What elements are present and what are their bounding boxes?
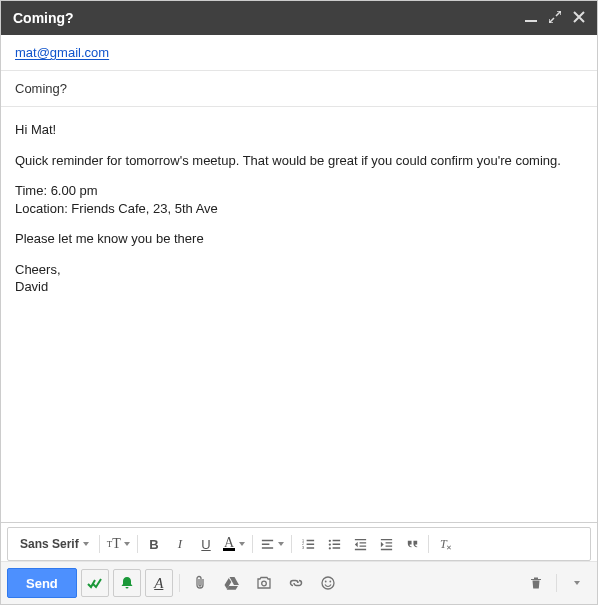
recipient-chip[interactable]: mat@gmail.com	[15, 45, 109, 60]
clear-format-button[interactable]: T✕	[433, 532, 457, 556]
toolbar-wrap: Sans Serif TT B I U A 123 T✕ Send A	[1, 522, 597, 604]
svg-point-12	[329, 581, 331, 583]
underline-button[interactable]: U	[194, 532, 218, 556]
more-options-button[interactable]	[563, 569, 591, 597]
send-button[interactable]: Send	[7, 568, 77, 598]
body-line: Please let me know you be there	[15, 230, 583, 248]
window-controls	[525, 9, 585, 27]
svg-point-4	[329, 539, 331, 541]
svg-rect-0	[525, 20, 537, 22]
svg-point-6	[329, 547, 331, 549]
svg-text:✕: ✕	[446, 544, 452, 551]
bullet-list-button[interactable]	[322, 532, 346, 556]
subject-field[interactable]: Coming?	[1, 71, 597, 107]
minimize-icon[interactable]	[525, 9, 537, 27]
subject-text: Coming?	[15, 81, 67, 96]
font-size-button[interactable]: TT	[104, 532, 133, 556]
emoji-icon[interactable]	[314, 569, 342, 597]
format-bar: Sans Serif TT B I U A 123 T✕	[7, 527, 591, 561]
bold-button[interactable]: B	[142, 532, 166, 556]
quote-button[interactable]	[400, 532, 424, 556]
chevron-down-icon	[574, 581, 580, 585]
align-button[interactable]	[257, 532, 288, 556]
svg-point-5	[329, 543, 331, 545]
to-field[interactable]: mat@gmail.com	[1, 35, 597, 71]
link-icon[interactable]	[282, 569, 310, 597]
chevron-down-icon	[239, 542, 245, 546]
body-line: Time: 6.00 pm Location: Friends Cafe, 23…	[15, 182, 583, 217]
close-icon[interactable]	[573, 9, 585, 27]
chevron-down-icon	[124, 542, 130, 546]
window-title: Coming?	[13, 10, 525, 26]
body-line: Quick reminder for tomorrow's meetup. Th…	[15, 152, 583, 170]
reminder-bell-icon[interactable]	[113, 569, 141, 597]
bottom-bar: Send A	[1, 561, 597, 604]
svg-point-9	[261, 581, 266, 586]
attach-icon[interactable]	[186, 569, 214, 597]
compose-header: Coming?	[1, 1, 597, 35]
delete-icon[interactable]	[522, 569, 550, 597]
photo-icon[interactable]	[250, 569, 278, 597]
font-family-select[interactable]: Sans Serif	[14, 537, 95, 551]
body-line: Hi Mat!	[15, 121, 583, 139]
indent-less-button[interactable]	[348, 532, 372, 556]
text-color-button[interactable]: A	[220, 532, 248, 556]
svg-point-11	[325, 581, 327, 583]
chevron-down-icon	[278, 542, 284, 546]
italic-button[interactable]: I	[168, 532, 192, 556]
tracking-check-icon[interactable]	[81, 569, 109, 597]
format-toggle-button[interactable]: A	[145, 569, 173, 597]
popout-icon[interactable]	[549, 9, 561, 27]
body-line: Cheers, David	[15, 261, 583, 296]
numbered-list-button[interactable]: 123	[296, 532, 320, 556]
drive-icon[interactable]	[218, 569, 246, 597]
chevron-down-icon	[83, 542, 89, 546]
svg-point-10	[322, 577, 334, 589]
indent-more-button[interactable]	[374, 532, 398, 556]
message-body[interactable]: Hi Mat! Quick reminder for tomorrow's me…	[1, 107, 597, 522]
svg-text:3: 3	[302, 546, 304, 550]
